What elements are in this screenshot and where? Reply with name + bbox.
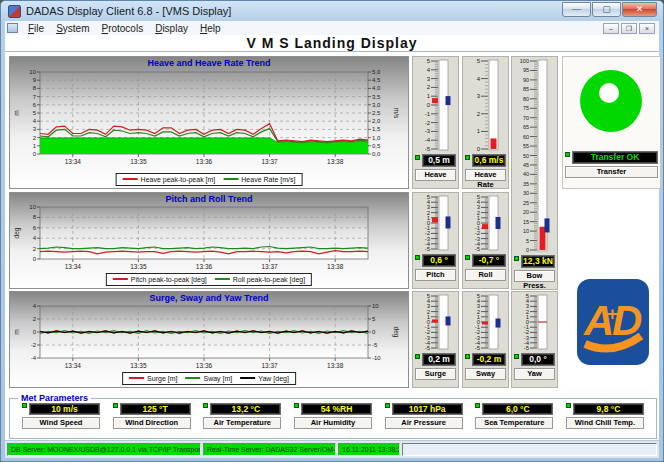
- svg-text:-1: -1: [524, 324, 530, 330]
- pitch-gauge: -5-4-3-2-10123450,6 °Pitch: [412, 192, 459, 289]
- svg-text:-2: -2: [524, 329, 530, 335]
- heave-rate-led: [465, 155, 470, 160]
- mdi-close-button[interactable]: ×: [639, 23, 655, 34]
- svg-text:2: 2: [33, 135, 37, 141]
- svg-text:-2: -2: [425, 329, 431, 335]
- svg-text:3: 3: [477, 204, 481, 210]
- transfer-label: Transfer: [565, 166, 658, 178]
- svg-text:-5: -5: [425, 345, 431, 351]
- pitch-led: [415, 255, 420, 260]
- surge-gauge: -5-4-3-2-10123450,2 mSurge: [412, 291, 459, 388]
- svg-text:3,0: 3,0: [372, 102, 381, 108]
- svg-text:0: 0: [427, 102, 431, 108]
- heave-rate-gauge-scale: 012345: [463, 57, 508, 153]
- yaw-gauge: -5-4-3-2-10123450,0 °Yaw: [511, 291, 558, 388]
- status-db-server: DB Server: MOONEX/USDB@127.0.0.1 via TCP…: [7, 443, 201, 456]
- menu-help[interactable]: Help: [194, 23, 227, 34]
- surge-sway-yaw-trend-chart-legend: Surge [m]Sway [m]Yaw [deg]: [122, 372, 296, 385]
- svg-text:0: 0: [372, 329, 376, 335]
- menu-items: FileSystemProtocolsDisplayHelp: [22, 23, 227, 34]
- svg-text:13:35: 13:35: [130, 263, 147, 270]
- pitch-roll-chart-panel: 0246810deg13:3413:3513:3613:3713:38Pitch…: [9, 192, 409, 289]
- menu-display[interactable]: Display: [149, 23, 194, 34]
- air-pressure-readout: 1017 hPaAir Pressure: [383, 401, 465, 429]
- title-bar[interactable]: DADAS Display Client 6.8 - [VMS Display]…: [1, 1, 663, 21]
- yaw-label: Yaw: [514, 368, 555, 380]
- caption-buttons: — ▢ ✕: [562, 2, 657, 17]
- svg-text:-3: -3: [425, 128, 431, 134]
- air-temperature-readout: 13,2 °CAir Temperature: [201, 401, 283, 429]
- svg-text:20: 20: [523, 209, 529, 215]
- sway-gauge: -5-4-3-2-1012345-0,2 mSway: [462, 291, 509, 388]
- svg-text:2,5: 2,5: [372, 110, 381, 116]
- svg-text:1: 1: [427, 215, 431, 221]
- roll-value: -0,7 °: [472, 254, 506, 267]
- air-pressure-led: [385, 403, 390, 408]
- svg-text:5: 5: [372, 316, 376, 322]
- surge-value: 0,2 m: [422, 353, 456, 366]
- pitch-roll-trend-chart-title: Pitch and Roll Trend: [10, 194, 408, 204]
- wind-direction-label: Wind Direction: [113, 417, 191, 429]
- svg-text:55: 55: [523, 143, 529, 149]
- svg-text:75: 75: [523, 105, 529, 111]
- svg-text:-1: -1: [475, 324, 481, 330]
- svg-text:-4: -4: [524, 340, 530, 346]
- minimize-button[interactable]: —: [562, 2, 591, 17]
- svg-text:9: 9: [33, 77, 37, 83]
- svg-text:3: 3: [477, 93, 481, 99]
- svg-text:5,0: 5,0: [372, 69, 381, 75]
- surge-sway-yaw-chart-panel: -4-2024-10-50510degm13:3413:3513:3613:37…: [9, 291, 409, 388]
- svg-text:13:35: 13:35: [130, 362, 147, 369]
- svg-text:13:37: 13:37: [261, 158, 278, 165]
- menu-system[interactable]: System: [50, 23, 95, 34]
- svg-text:13:38: 13:38: [327, 362, 344, 369]
- svg-text:4: 4: [526, 298, 530, 304]
- menu-protocols[interactable]: Protocols: [95, 23, 149, 34]
- wind-chill-temp-label: Wind Chill Temp.: [566, 417, 644, 429]
- svg-text:0: 0: [33, 329, 37, 335]
- heave-trend-chart-legend: Heave peak-to-peak [m]Heave Rate [m/s]: [116, 173, 303, 186]
- svg-text:8: 8: [33, 214, 37, 220]
- svg-text:13:34: 13:34: [65, 263, 82, 270]
- svg-text:-4: -4: [425, 241, 431, 247]
- svg-text:100: 100: [520, 58, 529, 64]
- wind-speed-readout: 10 m/sWind Speed: [20, 401, 102, 429]
- svg-text:6: 6: [33, 225, 37, 231]
- transfer-status-value: Transfer OK: [572, 151, 658, 164]
- svg-text:-2: -2: [425, 230, 431, 236]
- svg-text:-2: -2: [475, 230, 481, 236]
- mdi-buttons: – ❐ ×: [603, 23, 659, 34]
- svg-text:-2: -2: [475, 329, 481, 335]
- svg-text:4: 4: [477, 298, 481, 304]
- menu-file[interactable]: File: [22, 23, 50, 34]
- transfer-indicator-panel: Transfer OK Transfer: [562, 56, 661, 189]
- svg-text:2: 2: [526, 309, 530, 315]
- svg-text:13:36: 13:36: [196, 263, 213, 270]
- svg-text:1: 1: [427, 314, 431, 320]
- close-button[interactable]: ✕: [622, 2, 657, 17]
- svg-text:deg: deg: [392, 327, 400, 338]
- air-temperature-value: 13,2 °C: [210, 403, 281, 415]
- heave-trend-chart-plot: 0123456789100,00,51,01,52,02,53,03,54,04…: [10, 57, 408, 190]
- sway-label: Sway: [465, 368, 506, 380]
- roll-gauge-scale: -5-4-3-2-1012345: [463, 193, 508, 253]
- mdi-minimize-button[interactable]: –: [603, 23, 619, 34]
- svg-text:1,0: 1,0: [372, 135, 381, 141]
- svg-text:0: 0: [477, 319, 481, 325]
- svg-text:1: 1: [33, 143, 37, 149]
- svg-text:2: 2: [477, 111, 481, 117]
- air-humidity-label: Air Humidity: [294, 417, 372, 429]
- mdi-restore-button[interactable]: ❐: [621, 23, 637, 34]
- maximize-button[interactable]: ▢: [592, 2, 621, 17]
- svg-text:2: 2: [427, 84, 431, 90]
- bow-press-label: Bow Press.: [514, 270, 555, 282]
- svg-text:0: 0: [33, 256, 37, 262]
- page-title: V M S Landing Display: [5, 35, 659, 52]
- svg-text:3,5: 3,5: [372, 94, 381, 100]
- svg-text:m: m: [13, 110, 20, 115]
- svg-text:10: 10: [29, 69, 36, 75]
- status-bar: DB Server: MOONEX/USDB@127.0.0.1 via TCP…: [5, 440, 659, 458]
- svg-text:4: 4: [427, 298, 431, 304]
- air-pressure-value: 1017 hPa: [392, 403, 463, 415]
- svg-text:-2: -2: [31, 342, 37, 348]
